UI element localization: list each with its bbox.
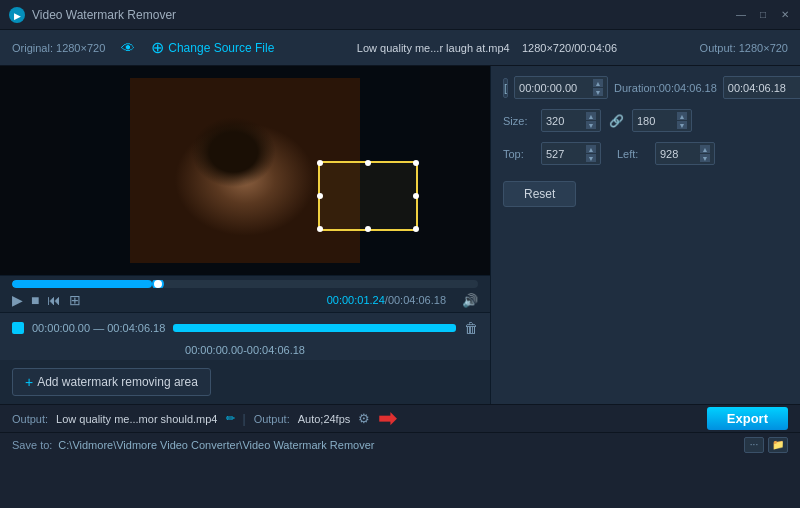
segment-time: 00:00:00.00-00:04:06.18	[0, 342, 490, 360]
toolbar: Original: 1280×720 👁 ⊕ Change Source Fil…	[0, 30, 800, 66]
clip-area: 00:00:00.00 — 00:04:06.18 🗑	[0, 312, 490, 342]
left-down[interactable]: ▼	[700, 154, 710, 162]
height-down[interactable]: ▼	[677, 121, 687, 129]
delete-clip-icon[interactable]: 🗑	[464, 320, 478, 336]
file-name-label: Low quality me...r laugh at.mp4 1280×720…	[290, 42, 683, 54]
app-logo-icon: ▶	[8, 6, 26, 24]
left-input[interactable]: 928 ▲ ▼	[655, 142, 715, 165]
video-preview	[0, 66, 490, 275]
width-up[interactable]: ▲	[586, 112, 596, 120]
eye-icon[interactable]: 👁	[121, 40, 135, 56]
left-label: Left:	[617, 148, 647, 160]
gear-icon[interactable]: ⚙	[358, 411, 370, 426]
change-source-button[interactable]: ⊕ Change Source File	[151, 38, 274, 57]
start-time-input[interactable]: 00:00:00.00 ▲ ▼	[514, 76, 608, 99]
output-resolution-label: Output: 1280×720	[700, 42, 788, 54]
close-button[interactable]: ✕	[778, 8, 792, 22]
link-icon[interactable]: 🔗	[609, 114, 624, 128]
height-up[interactable]: ▲	[677, 112, 687, 120]
edit-filename-icon[interactable]: ✏	[226, 412, 235, 425]
save-path-folder-button[interactable]: 📁	[768, 437, 788, 453]
output-settings: Auto;24fps	[298, 413, 351, 425]
plus-icon: +	[25, 374, 33, 390]
right-panel: [ 00:00:00.00 ▲ ▼ Duration:00:04:06.18 0…	[490, 66, 800, 404]
duration-label: Duration:00:04:06.18	[614, 82, 717, 94]
left-panel: ▶ ■ ⏮ ⊞ 00:00:01.24/00:04:06.18 🔊 00:00:…	[0, 66, 490, 404]
width-input[interactable]: 320 ▲ ▼	[541, 109, 601, 132]
width-down[interactable]: ▼	[586, 121, 596, 129]
output-bar: Output: Low quality me...mor should.mp4 …	[0, 404, 800, 432]
separator: |	[243, 412, 246, 426]
content-area: ▶ ■ ⏮ ⊞ 00:00:01.24/00:04:06.18 🔊 00:00:…	[0, 66, 800, 404]
timeline-bar[interactable]	[12, 280, 478, 288]
volume-icon[interactable]: 🔊	[462, 293, 478, 308]
export-arrow-hint: ➡	[378, 406, 396, 432]
size-label: Size:	[503, 115, 533, 127]
stop-button[interactable]: ■	[31, 292, 39, 308]
start-time-up[interactable]: ▲	[593, 79, 603, 87]
end-time-input[interactable]: 00:04:06.18 ▲ ▼	[723, 76, 800, 99]
save-to-label: Save to:	[12, 439, 52, 451]
top-up[interactable]: ▲	[586, 145, 596, 153]
size-row: Size: 320 ▲ ▼ 🔗 180 ▲ ▼	[503, 109, 788, 132]
app-title: Video Watermark Remover	[32, 8, 176, 22]
save-bar: Save to: C:\Vidmore\Vidmore Video Conver…	[0, 432, 800, 456]
export-button[interactable]: Export	[707, 407, 788, 430]
frame-view-button[interactable]: ⊞	[69, 292, 81, 308]
svg-text:▶: ▶	[14, 11, 21, 21]
top-input[interactable]: 527 ▲ ▼	[541, 142, 601, 165]
clip-time-range: 00:00:00.00 — 00:04:06.18	[32, 322, 165, 334]
current-time-display: 00:00:01.24/00:04:06.18	[327, 294, 446, 306]
output-filename: Low quality me...mor should.mp4	[56, 413, 217, 425]
start-time-down[interactable]: ▼	[593, 88, 603, 96]
left-bracket-button[interactable]: [	[503, 78, 508, 98]
save-path: C:\Vidmore\Vidmore Video Converter\Video…	[58, 439, 374, 451]
clip-color-indicator	[12, 322, 24, 334]
minimize-button[interactable]: —	[734, 8, 748, 22]
position-row: Top: 527 ▲ ▼ Left: 928 ▲ ▼	[503, 142, 788, 165]
prev-frame-button[interactable]: ⏮	[47, 292, 61, 308]
output-label-1: Output:	[12, 413, 48, 425]
top-down[interactable]: ▼	[586, 154, 596, 162]
output-label-2: Output:	[254, 413, 290, 425]
save-path-dots-button[interactable]: ···	[744, 437, 764, 453]
reset-button[interactable]: Reset	[503, 181, 576, 207]
titlebar: ▶ Video Watermark Remover — □ ✕	[0, 0, 800, 30]
add-watermark-row: + Add watermark removing area	[0, 360, 490, 404]
maximize-button[interactable]: □	[756, 8, 770, 22]
clip-bar[interactable]	[173, 324, 456, 332]
plus-circle-icon: ⊕	[151, 38, 164, 57]
watermark-selection-box[interactable]	[318, 161, 418, 231]
play-button[interactable]: ▶	[12, 292, 23, 308]
left-up[interactable]: ▲	[700, 145, 710, 153]
add-watermark-button[interactable]: + Add watermark removing area	[12, 368, 211, 396]
playback-controls: ▶ ■ ⏮ ⊞ 00:00:01.24/00:04:06.18 🔊	[0, 275, 490, 312]
time-settings-row: [ 00:00:00.00 ▲ ▼ Duration:00:04:06.18 0…	[503, 76, 788, 99]
original-resolution-label: Original: 1280×720	[12, 42, 105, 54]
top-label: Top:	[503, 148, 533, 160]
height-input[interactable]: 180 ▲ ▼	[632, 109, 692, 132]
